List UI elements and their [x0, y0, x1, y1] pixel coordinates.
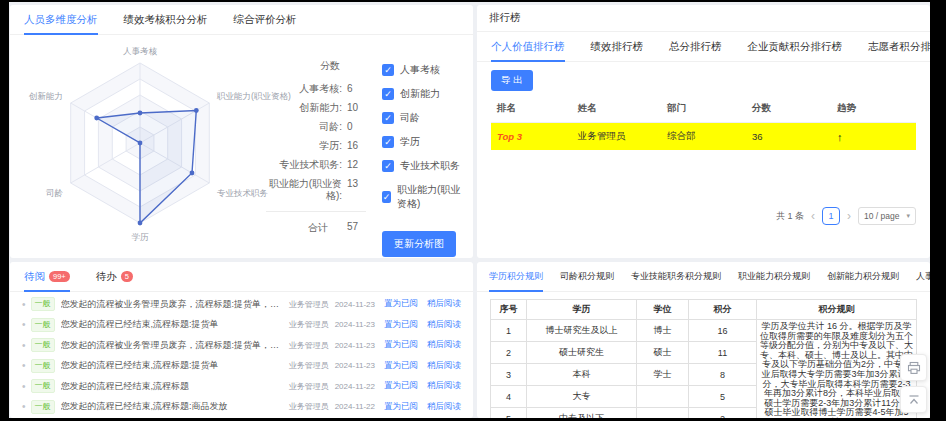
score-row: 专业技术职务:12 [266, 159, 366, 171]
rule-edu-cell: 大专 [527, 386, 637, 408]
tab-leaderboard-4-label: 志愿者积分排行榜 [868, 40, 930, 54]
dimension-checkbox-0[interactable]: ✓人事考核 [382, 63, 461, 77]
chevron-down-icon: ▾ [906, 212, 910, 220]
bullet-icon: • [22, 319, 26, 330]
list-item: •一般您发起的流程被业务管理员废弃，流程标题:提货单，废弃说明业务管理员2024… [10, 294, 473, 315]
tab-analysis-2[interactable]: 综合评价分析 [234, 5, 297, 34]
tab-rules-5[interactable]: 人事考核积分规则 [916, 262, 930, 291]
rank-value: Top 3 [497, 131, 522, 142]
message-text[interactable]: 您发起的流程已经结束,流程标题 [61, 380, 281, 393]
mark-read-link[interactable]: 置为已阅 [384, 360, 418, 372]
read-later-link[interactable]: 稍后阅读 [427, 319, 461, 331]
tab-analysis-1[interactable]: 绩效考核积分分析 [124, 5, 208, 34]
dimension-checkbox-2[interactable]: ✓司龄 [382, 111, 461, 125]
score-value: 13 [342, 178, 366, 202]
tab-leaderboard-3[interactable]: 企业贡献积分排行榜 [748, 32, 843, 61]
pagination: 共 1 条 ‹ 1 › 10 / page ▾ [776, 207, 916, 225]
tab-rules-3[interactable]: 职业能力积分规则 [738, 262, 810, 291]
checkbox-label: 创新能力 [400, 87, 440, 101]
print-button[interactable] [900, 354, 927, 381]
score-cell: 36 [746, 123, 831, 151]
rule-points-cell: 8 [689, 364, 757, 386]
checkbox-checked-icon: ✓ [382, 64, 394, 76]
message-text[interactable]: 您发起的流程已经结束,流程标题:提货单 [61, 359, 281, 372]
update-chart-button[interactable]: 更新分析图 [382, 231, 456, 257]
tab-leaderboard-1-label: 绩效排行榜 [591, 40, 644, 54]
mark-read-link[interactable]: 置为已阅 [384, 298, 418, 310]
read-later-link[interactable]: 稍后阅读 [427, 360, 461, 372]
leaderboard-col-header: 分数 [746, 95, 831, 123]
tab-analysis-0[interactable]: 人员多维度分析 [24, 5, 98, 34]
message-sender: 业务管理员 [289, 401, 329, 412]
level-badge: 一般 [31, 297, 55, 311]
score-value: 6 [342, 83, 366, 95]
dimension-checkbox-1[interactable]: ✓创新能力 [382, 87, 461, 101]
score-row: 司龄:0 [266, 121, 366, 133]
score-value: 16 [342, 140, 366, 152]
message-text[interactable]: 您发起的流程被业务管理员废弃，流程标题:提货单，废弃说明 [61, 298, 281, 311]
leaderboard-header-row: 排名姓名部门分数趋势 [491, 95, 916, 123]
message-date: 2024-11-22 [335, 382, 375, 391]
message-text[interactable]: 您发起的流程已经结束,流程标题:商品发放 [61, 400, 281, 413]
next-page-icon[interactable]: › [847, 209, 851, 223]
read-later-link[interactable]: 稍后阅读 [427, 401, 461, 413]
mark-read-link[interactable]: 置为已阅 [384, 401, 418, 413]
message-list: •一般您发起的流程被业务管理员废弃，流程标题:提货单，废弃说明业务管理员2024… [10, 292, 473, 417]
radar-svg: 人事考核职业能力(职业资格)专业技术职务学历司龄创新能力 [16, 39, 266, 253]
leaderboard-col-header: 趋势 [831, 95, 916, 123]
rule-no-cell: 1 [491, 320, 527, 342]
read-later-link[interactable]: 稍后阅读 [427, 380, 461, 392]
message-sender: 业务管理员 [289, 319, 329, 330]
tab-rules-2[interactable]: 专业技能职务积分规则 [631, 262, 721, 291]
prev-page-icon[interactable]: ‹ [811, 209, 815, 223]
mark-read-link[interactable]: 置为已阅 [384, 319, 418, 331]
messages-tabs: 待阅99+待办5 [10, 262, 473, 292]
checkbox-checked-icon: ✓ [382, 112, 394, 124]
table-row: 1博士研究生及以上博士16学历及学位共计 16 分。根据学历及学位取得所需要的年… [491, 320, 917, 342]
read-later-link[interactable]: 稍后阅读 [427, 298, 461, 310]
tab-rules-1-label: 司龄积分规则 [560, 270, 614, 283]
tab-rules-4[interactable]: 创新能力积分规则 [827, 262, 899, 291]
list-item: •一般您发起的流程已经结束,流程标题:商品发放业务管理员2024-11-22置为… [10, 397, 473, 418]
read-later-link[interactable]: 稍后阅读 [427, 339, 461, 351]
total-label: 合计 [266, 221, 342, 235]
score-row: 学历:16 [266, 140, 366, 152]
page-size-select[interactable]: 10 / page ▾ [858, 207, 916, 225]
dimension-checkbox-5[interactable]: ✓职业能力(职业资格) [382, 183, 461, 211]
list-item: •一般您发起的流程被业务管理员废弃，流程标题:提货单，废弃说明业务管理员2024… [10, 335, 473, 356]
back-to-top-button[interactable] [900, 386, 927, 413]
page-number[interactable]: 1 [822, 207, 840, 225]
tab-leaderboard-2[interactable]: 总分排行榜 [669, 32, 722, 61]
tab-leaderboard-4[interactable]: 志愿者积分排行榜 [868, 32, 930, 61]
checkbox-label: 人事考核 [400, 63, 440, 77]
rule-degree-cell: 学士 [637, 364, 689, 386]
total-value: 57 [342, 221, 366, 235]
tab-leaderboard-0[interactable]: 个人价值排行榜 [491, 32, 565, 61]
message-text[interactable]: 您发起的流程已经结束,流程标题:提货单 [61, 318, 281, 331]
level-badge: 一般 [31, 400, 55, 414]
table-row[interactable]: Top 3业务管理员综合部36↑ [491, 123, 916, 151]
rules-col-header: 序号 [491, 300, 527, 320]
svg-text:专业技术职务: 专业技术职务 [217, 188, 268, 198]
tab-rules-3-label: 职业能力积分规则 [738, 270, 810, 283]
score-label: 学历: [266, 140, 342, 152]
tab-messages-0[interactable]: 待阅99+ [24, 262, 70, 291]
tab-rules-0[interactable]: 学历积分规则 [489, 262, 543, 291]
mark-read-link[interactable]: 置为已阅 [384, 380, 418, 392]
checkbox-checked-icon: ✓ [382, 136, 394, 148]
checkbox-label: 司龄 [400, 111, 420, 125]
export-button[interactable]: 导 出 [491, 70, 533, 91]
score-value: 12 [342, 159, 366, 171]
tab-messages-1[interactable]: 待办5 [96, 262, 133, 291]
message-text[interactable]: 您发起的流程被业务管理员废弃，流程标题:提货单，废弃说明 [61, 339, 281, 352]
name-cell: 业务管理员 [572, 123, 661, 151]
checkbox-label: 职业能力(职业资格) [397, 183, 461, 211]
tab-leaderboard-1[interactable]: 绩效排行榜 [591, 32, 644, 61]
rule-degree-cell: 硕士 [637, 342, 689, 364]
mark-read-link[interactable]: 置为已阅 [384, 339, 418, 351]
tab-rules-1[interactable]: 司龄积分规则 [560, 262, 614, 291]
tab-rules-5-label: 人事考核积分规则 [916, 270, 930, 283]
score-label: 创新能力: [266, 102, 342, 114]
dimension-checkbox-3[interactable]: ✓学历 [382, 135, 461, 149]
dimension-checkbox-4[interactable]: ✓专业技术职务 [382, 159, 461, 173]
